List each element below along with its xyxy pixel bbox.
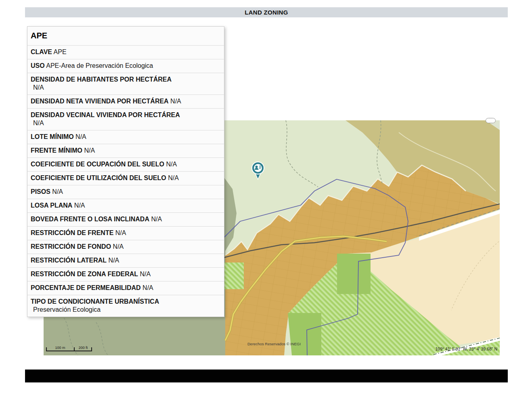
panel-title: APE (27, 27, 224, 45)
field-value: N/A (170, 98, 181, 105)
panel-field-row: TIPO DE CONDICIONANTE URBANÍSTICA Preser… (27, 295, 224, 317)
field-label: RESTRICCIÓN DE FONDO (31, 243, 111, 250)
map-region-hatched-small (224, 262, 244, 289)
field-label: COEFICIENTE DE OCUPACIÓN DEL SUELO (31, 161, 164, 168)
field-label: TIPO DE CONDICIONANTE URBANÍSTICA (31, 298, 159, 305)
map-collapse-button[interactable] (486, 118, 496, 123)
field-value: APE (54, 48, 67, 55)
panel-field-row: PISOS N/A (27, 185, 224, 199)
footer-bar (25, 370, 508, 382)
field-label: RESTRICCIÓN DE ZONA FEDERAL (31, 271, 138, 277)
field-label: DENSIDAD VECINAL VIVIENDA POR HECTÁREA (31, 111, 180, 118)
zoning-info-panel: APE CLAVE APE USO APE-Area de Preservaci… (27, 26, 224, 317)
field-value: N/A (84, 147, 95, 154)
field-value: N/A (140, 271, 151, 277)
field-label: PORCENTAJE DE PERMEABILIDAD (31, 284, 141, 291)
map-region-green-solid-b (288, 313, 321, 355)
field-label: RESTRICCIÓN LATERAL (31, 257, 107, 264)
pin-person-icon (256, 166, 258, 168)
panel-field-row: DENSIDAD VECINAL VIVIENDA POR HECTÁREA N… (27, 108, 224, 130)
page-title: LAND ZONING (245, 9, 288, 16)
field-label: DENSIDAD NETA VIVIENDA POR HECTÁREA (31, 98, 169, 105)
panel-field-row: COEFICIENTE DE OCUPACIÓN DEL SUELO N/A (27, 158, 224, 171)
field-label: PISOS (31, 188, 50, 195)
field-label: RESTRICCIÓN DE FRENTE (31, 229, 113, 236)
panel-field-row: RESTRICCIÓN DE FONDO N/A (27, 240, 224, 254)
field-value: N/A (113, 243, 124, 250)
panel-field-row: PORCENTAJE DE PERMEABILIDAD N/A (27, 281, 224, 295)
field-label: LOTE MÍNIMO (31, 133, 74, 140)
field-value: N/A (31, 119, 218, 127)
field-value: N/A (109, 257, 119, 264)
field-label: BOVEDA FRENTE O LOSA INCLINADA (31, 216, 149, 223)
panel-field-row: RESTRICCIÓN DE FRENTE N/A (27, 226, 224, 240)
field-label: USO (31, 62, 45, 69)
panel-field-list: CLAVE APE USO APE-Area de Preservación E… (27, 45, 224, 317)
pin-inner (254, 164, 262, 172)
panel-field-row: LOSA PLANA N/A (27, 199, 224, 212)
field-label: CLAVE (31, 48, 52, 55)
field-label: FRENTE MÍNIMO (31, 147, 82, 154)
field-value: N/A (151, 216, 162, 223)
field-value: N/A (31, 84, 218, 92)
panel-field-row: RESTRICCIÓN DE ZONA FEDERAL N/A (27, 267, 224, 281)
panel-field-row: USO APE-Area de Preservación Ecologica (27, 59, 224, 73)
panel-field-row: CLAVE APE (27, 45, 224, 59)
map-region-green-solid-a (337, 254, 371, 294)
panel-field-row: LOTE MÍNIMO N/A (27, 130, 224, 144)
panel-field-row: RESTRICCIÓN LATERAL N/A (27, 254, 224, 267)
field-value: N/A (166, 161, 177, 168)
field-value: APE-Area de Preservación Ecologica (46, 62, 153, 69)
field-value: N/A (168, 174, 179, 181)
field-value: N/A (74, 202, 85, 209)
page: { "header": { "title": "LAND ZONING" }, … (0, 0, 532, 399)
panel-field-row: DENSIDAD NETA VIVIENDA POR HECTÁREA N/A (27, 94, 224, 108)
panel-field-row: BOVEDA FRENTE O LOSA INCLINADA N/A (27, 212, 224, 226)
field-value: N/A (75, 133, 86, 140)
field-label: DENSIDAD DE HABITANTES POR HECTÁREA (31, 76, 172, 83)
header-bar: LAND ZONING (25, 7, 508, 17)
field-value: Preservación Ecologica (31, 306, 218, 314)
field-value: N/A (52, 188, 63, 195)
field-value: N/A (115, 229, 126, 236)
panel-field-row: COEFICIENTE DE UTILIZACIÓN DEL SUELO N/A (27, 171, 224, 185)
field-label: COEFICIENTE DE UTILIZACIÓN DEL SUELO (31, 174, 166, 181)
field-label: LOSA PLANA (31, 202, 72, 209)
panel-field-row: DENSIDAD DE HABITANTES POR HECTÁREA N/A (27, 73, 224, 94)
field-value: N/A (142, 284, 153, 291)
panel-field-row: FRENTE MÍNIMO N/A (27, 144, 224, 158)
